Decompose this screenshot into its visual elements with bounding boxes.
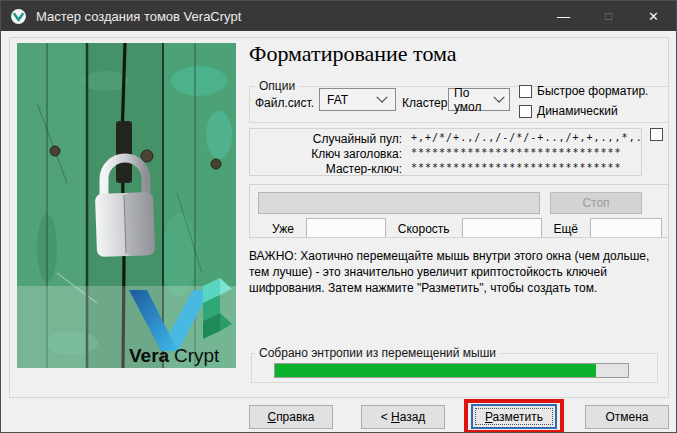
checkbox-icon <box>519 85 532 98</box>
veracrypt-wizard-window: Мастер создания томов VeraCrypt — □ ✕ <box>0 0 677 433</box>
maximize-icon[interactable]: □ <box>586 1 631 31</box>
master-key-label: Мастер-ключ: <box>250 162 402 176</box>
speed-label: Скорость <box>398 222 450 236</box>
veracrypt-artwork: Vera Crypt <box>17 43 236 368</box>
speed-field <box>462 218 542 238</box>
page-title: Форматирование тома <box>249 41 457 67</box>
quick-format-checkbox[interactable]: Быстрое форматир. <box>519 84 648 98</box>
entropy-group-label: Собрано энтропии из перемещений мыши <box>255 346 500 360</box>
header-key-value: ****************************** <box>411 147 622 161</box>
stop-button-label: Стоп <box>582 196 609 210</box>
cluster-select[interactable]: По умол <box>448 88 510 111</box>
random-pool-label: Случайный пул: <box>250 132 402 146</box>
master-key-value: ****************************** <box>411 162 622 176</box>
header-key-label: Ключ заголовка: <box>250 147 402 161</box>
done-label: Уже <box>272 222 294 236</box>
cluster-value: По умол <box>454 86 495 114</box>
chevron-down-icon <box>376 91 387 102</box>
format-progress-bar <box>258 192 540 214</box>
checkbox-icon <box>519 105 532 118</box>
format-progress-panel: Стоп Уже Скорость Ещё <box>249 184 669 238</box>
entropy-groupbox: Собрано энтропии из перемещений мыши <box>251 353 658 383</box>
filesystem-label: Файл.сист. <box>255 96 314 110</box>
quick-format-label: Быстрое форматир. <box>537 84 648 98</box>
close-icon[interactable]: ✕ <box>631 1 676 31</box>
random-pool-panel: Случайный пул: +,+/*/+.,/.,/-/*/-+..,/+,… <box>249 128 642 176</box>
filesystem-value: FAT <box>327 93 348 107</box>
logo-text-rest: Crypt <box>174 345 220 366</box>
stop-button: Стоп <box>550 192 642 214</box>
left-field <box>590 218 662 238</box>
help-button[interactable]: Справка <box>249 405 333 429</box>
filesystem-select[interactable]: FAT <box>319 88 396 111</box>
dynamic-checkbox[interactable]: Динамический <box>519 104 618 118</box>
entropy-progress-fill <box>275 364 596 377</box>
logo-text-bold: Vera <box>129 345 170 366</box>
red-highlight-annotation: Разметить <box>464 399 564 433</box>
options-group-label: Опции <box>255 79 299 93</box>
dynamic-label: Динамический <box>537 104 618 118</box>
veracrypt-app-icon <box>10 8 27 25</box>
back-button[interactable]: < Назад <box>361 405 445 429</box>
entropy-progress-bar <box>274 363 629 378</box>
important-notice-text: ВАЖНО: Хаотично перемещайте мышь внутри … <box>249 248 663 296</box>
chevron-down-icon <box>493 91 504 102</box>
cancel-button[interactable]: Отмена <box>585 405 669 429</box>
minimize-icon[interactable]: — <box>541 1 586 31</box>
window-controls: — □ ✕ <box>541 1 676 31</box>
left-label: Ещё <box>553 222 578 236</box>
format-button[interactable]: Разметить <box>471 404 557 429</box>
show-pool-checkbox[interactable] <box>650 128 663 141</box>
window-title: Мастер создания томов VeraCrypt <box>36 9 241 24</box>
random-pool-value: +,+/*/+.,/.,/-/*/-+..,/+,+,.,,*,.. <box>411 132 641 146</box>
titlebar[interactable]: Мастер создания томов VeraCrypt — □ ✕ <box>1 1 676 31</box>
done-field <box>306 218 386 238</box>
cluster-label: Кластер <box>402 96 447 110</box>
